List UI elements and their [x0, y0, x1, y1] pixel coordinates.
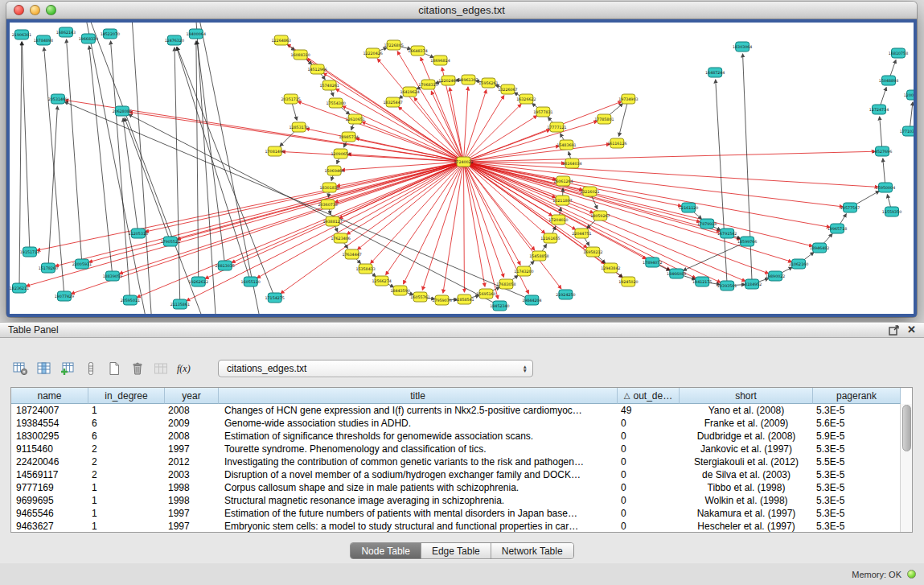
graph-node[interactable]: 21062160: [789, 259, 808, 269]
graph-node[interactable]: 21924250: [556, 290, 575, 299]
graph-node[interactable]: 12161120: [679, 203, 698, 212]
graph-node[interactable]: 18946482: [810, 243, 829, 253]
network-svg[interactable]: 1724002212264863160883101451296615748261…: [10, 23, 914, 314]
graph-node[interactable]: 15458858: [529, 251, 548, 261]
graph-node[interactable]: 16326622: [516, 94, 536, 104]
graph-node[interactable]: 18696814: [430, 56, 450, 65]
column-header-pagerank[interactable]: pagerank: [813, 388, 901, 404]
table-scrollbar[interactable]: [900, 404, 912, 532]
graph-node[interactable]: 18325447: [383, 97, 402, 107]
graph-node[interactable]: 11559350: [882, 207, 901, 216]
graph-node[interactable]: 12220426: [363, 48, 382, 58]
graph-node[interactable]: 11743200: [514, 266, 533, 276]
graph-node[interactable]: 16862143: [56, 27, 76, 37]
graph-node[interactable]: 15358433: [355, 264, 375, 274]
graph-node[interactable]: 19262612: [189, 277, 208, 286]
graph-node[interactable]: 16088310: [291, 50, 310, 60]
graph-node[interactable]: 17204010: [548, 215, 568, 225]
graph-node[interactable]: 20393561: [717, 281, 737, 290]
graph-node[interactable]: 17683058: [496, 279, 515, 289]
graph-node[interactable]: 12264863: [272, 35, 291, 45]
graph-node[interactable]: 21906301: [12, 30, 31, 39]
graph-node[interactable]: 18599766: [737, 237, 757, 246]
table-row[interactable]: 1938455462009Genome-wide association stu…: [11, 417, 912, 430]
graph-node[interactable]: 19151714: [20, 247, 39, 257]
graph-node[interactable]: 21135861: [170, 299, 190, 309]
graph-node[interactable]: 19577831: [533, 107, 552, 117]
delete-columns-button[interactable]: [127, 359, 147, 378]
graph-node[interactable]: 16116126: [607, 138, 626, 148]
graph-node[interactable]: 15695160: [476, 289, 495, 299]
scrollbar-thumb[interactable]: [902, 405, 911, 451]
graph-node[interactable]: 18236211: [10, 283, 29, 293]
table-row[interactable]: 1830029562008Estimation of significance …: [11, 430, 912, 443]
graph-node[interactable]: 17894072: [643, 257, 662, 267]
graph-node[interactable]: 19077429: [55, 291, 74, 301]
graph-node[interactable]: 17777121: [547, 122, 566, 132]
table-row[interactable]: 969969511998Structural magnetic resonanc…: [11, 494, 912, 507]
select-columns-button[interactable]: [34, 359, 54, 378]
graph-node[interactable]: 12610651: [345, 114, 364, 124]
graph-node[interactable]: 17554300: [326, 98, 345, 108]
function-builder-button[interactable]: f(x): [174, 359, 194, 378]
row-tools-button[interactable]: [80, 359, 101, 378]
graph-node[interactable]: 18184952: [742, 279, 762, 289]
graph-node[interactable]: 18452340: [490, 301, 509, 311]
graph-node[interactable]: 19388127: [322, 216, 342, 226]
graph-node[interactable]: 16810758: [889, 48, 908, 58]
column-header-short[interactable]: short: [680, 388, 813, 404]
graph-node[interactable]: 13226067: [498, 84, 517, 94]
graph-node[interactable]: 20531469: [48, 94, 68, 104]
graph-node[interactable]: 12202460: [438, 76, 458, 85]
column-header-title[interactable]: title: [219, 388, 618, 404]
graph-node[interactable]: 18466088: [667, 269, 686, 278]
graph-node[interactable]: 18443590: [390, 286, 409, 295]
graph-node[interactable]: 19734903: [618, 94, 638, 104]
graph-node[interactable]: 16958212: [583, 247, 602, 257]
column-header-in_degree[interactable]: in_degree: [88, 388, 165, 404]
graph-node[interactable]: 15483691: [556, 140, 576, 150]
graph-node[interactable]: 17785801: [594, 114, 614, 124]
graph-node[interactable]: 20351715: [281, 94, 301, 104]
network-selector[interactable]: citations_edges.txt ▲▼: [218, 360, 533, 377]
graph-node[interactable]: 17710305: [900, 126, 914, 136]
graph-node[interactable]: 18164034: [562, 159, 581, 168]
graph-node[interactable]: 18839059: [103, 271, 122, 281]
graph-node[interactable]: 21205318: [129, 229, 148, 238]
graph-node[interactable]: 12161655: [540, 233, 560, 243]
create-column-button[interactable]: [104, 359, 124, 378]
graph-node[interactable]: 12943842: [601, 263, 620, 273]
graph-node[interactable]: 14522070: [101, 29, 120, 39]
graph-node[interactable]: 15950004: [876, 183, 895, 192]
graph-node[interactable]: 16648374: [408, 46, 427, 56]
import-table-button[interactable]: [57, 359, 77, 378]
column-header-name[interactable]: name: [11, 388, 88, 404]
graph-node[interactable]: 17905521: [161, 237, 180, 246]
graph-node[interactable]: 18400064: [187, 29, 206, 39]
graph-node[interactable]: 20813035: [216, 261, 235, 270]
graph-node[interactable]: 18784898: [34, 35, 53, 45]
graph-node[interactable]: 20360733: [318, 200, 337, 209]
graph-node[interactable]: 22005931: [72, 259, 92, 269]
graph-node[interactable]: 16791542: [717, 229, 737, 238]
table-row[interactable]: 977716911998Corpus callosum shape and si…: [11, 481, 912, 494]
graph-node[interactable]: 12724734: [869, 105, 889, 114]
graph-node[interactable]: 12858541: [454, 295, 474, 304]
window-titlebar[interactable]: citations_edges.txt: [6, 2, 917, 19]
zoom-window-button[interactable]: [46, 5, 56, 15]
graph-node[interactable]: 16487244: [705, 68, 725, 77]
graph-node[interactable]: 19412175: [692, 277, 712, 286]
graph-node[interactable]: 12003180: [904, 90, 914, 100]
graph-node[interactable]: 19965718: [827, 224, 847, 233]
close-panel-icon[interactable]: ✕: [907, 325, 916, 335]
graph-node[interactable]: 17081496: [265, 146, 285, 156]
graph-node[interactable]: 17226805: [384, 40, 403, 50]
graph-node[interactable]: 19245020: [618, 277, 638, 286]
table-row[interactable]: 946554611997Estimation of the future num…: [11, 507, 912, 520]
table-row[interactable]: 1872400712008Changes of HCN gene express…: [11, 404, 912, 417]
tab-network-table[interactable]: Network Table: [491, 543, 573, 558]
graph-node[interactable]: 17634447: [342, 249, 361, 259]
tab-edge-table[interactable]: Edge Table: [421, 543, 491, 558]
rename-table-button[interactable]: [150, 359, 170, 378]
column-header-year[interactable]: year: [165, 388, 219, 404]
